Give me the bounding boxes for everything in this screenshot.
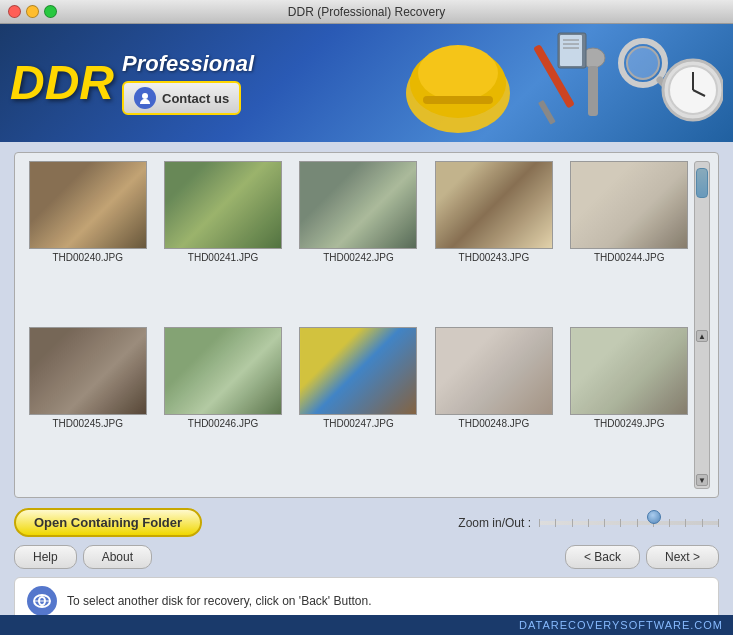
photo-filename: THD00243.JPG [459,252,530,263]
footer-url: DATARECOVERYSOFTWARE.COM [519,619,723,631]
photo-thumbnail [299,161,417,249]
svg-point-3 [418,45,498,101]
titlebar: DDR (Professional) Recovery [0,0,733,24]
list-item[interactable]: THD00240.JPG [23,161,152,323]
zoom-track [539,521,719,525]
photo-filename: THD00242.JPG [323,252,394,263]
scroll-thumb[interactable] [696,168,708,198]
tick [637,519,638,527]
header-tools [353,24,733,142]
main-content: THD00240.JPGTHD00241.JPGTHD00242.JPGTHD0… [0,142,733,635]
tick [539,519,540,527]
back-button[interactable]: < Back [565,545,640,569]
photo-filename: THD00240.JPG [52,252,123,263]
close-button[interactable] [8,5,21,18]
tick [555,519,556,527]
svg-rect-27 [165,328,280,414]
status-icon [27,586,57,616]
svg-rect-24 [436,162,551,248]
svg-rect-30 [572,328,687,414]
list-item[interactable]: THD00241.JPG [158,161,287,323]
svg-rect-4 [423,96,493,104]
window-title: DDR (Professional) Recovery [288,5,445,19]
svg-rect-6 [538,100,556,125]
zoom-label: Zoom in/Out : [458,516,531,530]
svg-rect-8 [588,66,598,116]
tick [669,519,670,527]
zoom-tick-marks [539,519,719,523]
photo-thumbnail [299,327,417,415]
photo-filename: THD00244.JPG [594,252,665,263]
minimize-button[interactable] [26,5,39,18]
list-item[interactable]: THD00249.JPG [565,327,694,489]
tick [572,519,573,527]
svg-rect-22 [165,162,280,248]
list-item[interactable]: THD00245.JPG [23,327,152,489]
scrollbar[interactable]: ▲ ▼ [694,161,710,489]
photo-thumbnail [29,161,147,249]
tools-illustration [383,28,723,138]
svg-rect-23 [301,162,416,248]
list-item[interactable]: THD00246.JPG [158,327,287,489]
logo-area: DDR Professional Contact us [10,51,254,115]
photo-panel: THD00240.JPGTHD00241.JPGTHD00242.JPGTHD0… [14,152,719,498]
status-message: To select another disk for recovery, cli… [67,594,372,608]
svg-rect-28 [301,328,416,414]
tick [604,519,605,527]
svg-point-0 [142,93,148,99]
photo-filename: THD00241.JPG [188,252,259,263]
svg-point-10 [627,47,659,79]
list-item[interactable]: THD00247.JPG [294,327,423,489]
footer: DATARECOVERYSOFTWARE.COM [0,615,733,635]
photo-filename: THD00249.JPG [594,418,665,429]
tick [702,519,703,527]
svg-rect-25 [572,162,687,248]
zoom-control: Zoom in/Out : [458,515,719,531]
photo-filename: THD00247.JPG [323,418,394,429]
contact-button[interactable]: Contact us [122,81,241,115]
ddr-logo-text: DDR [10,59,114,107]
photo-thumbnail [435,327,553,415]
tick [588,519,589,527]
tick [718,519,719,527]
list-item[interactable]: THD00244.JPG [565,161,694,323]
open-containing-folder-button[interactable]: Open Containing Folder [14,508,202,537]
photo-thumbnail [29,327,147,415]
nav-row: Help About < Back Next > [14,545,719,569]
professional-label: Professional [122,51,254,77]
photo-thumbnail [570,161,688,249]
help-button[interactable]: Help [14,545,77,569]
photo-filename: THD00246.JPG [188,418,259,429]
list-item[interactable]: THD00242.JPG [294,161,423,323]
photo-filename: THD00245.JPG [52,418,123,429]
photo-grid: THD00240.JPGTHD00241.JPGTHD00242.JPGTHD0… [23,161,694,489]
tick [685,519,686,527]
nav-right: < Back Next > [565,545,719,569]
svg-rect-26 [30,328,145,414]
photo-thumbnail [164,161,282,249]
photo-thumbnail [570,327,688,415]
about-button[interactable]: About [83,545,152,569]
logo-text-group: Professional Contact us [122,51,254,115]
scroll-down-arrow[interactable]: ▼ [696,474,708,486]
next-button[interactable]: Next > [646,545,719,569]
svg-rect-29 [436,328,551,414]
photo-filename: THD00248.JPG [459,418,530,429]
contact-icon [134,87,156,109]
header: DDR Professional Contact us [0,24,733,142]
list-item[interactable]: THD00248.JPG [429,327,558,489]
photo-thumbnail [164,327,282,415]
photo-thumbnail [435,161,553,249]
zoom-slider[interactable] [539,515,719,531]
list-item[interactable]: THD00243.JPG [429,161,558,323]
svg-rect-21 [30,162,145,248]
tick [620,519,621,527]
bottom-controls: Open Containing Folder Zoom in/Out : [14,508,719,537]
window-controls [8,5,57,18]
scroll-up-arrow[interactable]: ▲ [696,330,708,342]
zoom-thumb[interactable] [647,510,661,524]
maximize-button[interactable] [44,5,57,18]
